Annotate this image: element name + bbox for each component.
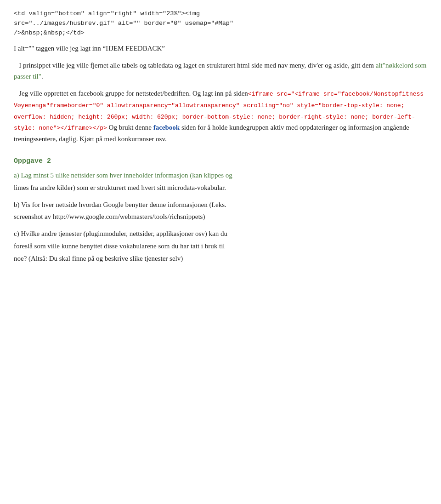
facebook-text: facebook [153,124,180,131]
task-c: c) Hvilke andre tjenester (pluginmoduler… [14,228,427,240]
task-a: a) Lag minst 5 ulike nettsider som hver … [14,170,427,181]
section-header: Oppgave 2 [14,157,427,165]
paragraph-2: – I prinsippet ville jeg ville fjernet a… [14,60,427,83]
section-2: Oppgave 2 a) Lag minst 5 ulike nettsider… [14,157,427,264]
task-a-line2: limes fra andre kilder) som er strukture… [14,182,427,194]
task-c2: foreslå som ville kunne benyttet disse v… [14,241,427,252]
task-c3: noe? (Altså: Du skal finne på og beskriv… [14,253,427,264]
code-block-1: <td valign="bottom" align="right" width=… [14,9,427,38]
task-a-text: a) Lag minst 5 ulike nettsider som hver … [14,172,232,179]
task-b: b) Vis for hver nettside hvordan Google … [14,199,427,211]
main-content: <td valign="bottom" align="right" width=… [14,9,427,264]
paragraph-1: I alt="" taggen ville jeg lagt inn “HJEM… [14,43,427,54]
paragraph-2-prefix: – I prinsippet ville jeg ville fjernet a… [14,62,426,80]
task-b2: screenshot av http://www.google.com/webm… [14,211,427,223]
paragraph-3-before: – Jeg ville opprettet en facebook gruppe… [14,90,248,97]
highlight-alt: alt"nøkkelord som passer til" [14,62,426,80]
paragraph-1-text: I alt="" taggen ville jeg lagt inn “HJEM… [14,45,165,52]
paragraph-3: – Jeg ville opprettet en facebook gruppe… [14,88,427,144]
